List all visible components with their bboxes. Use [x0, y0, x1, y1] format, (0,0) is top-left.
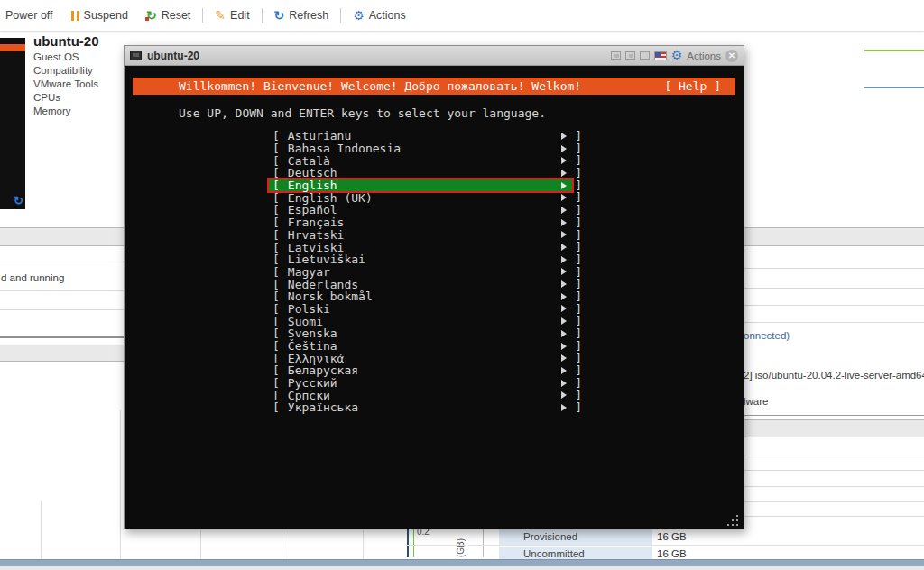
submenu-arrow-icon: [561, 256, 567, 263]
horizontal-scrollbar[interactable]: [0, 559, 924, 566]
chart-line-blue: [407, 529, 409, 557]
language-option[interactable]: [ Čeština ]: [269, 340, 582, 353]
toolbar-separator: [262, 8, 263, 23]
divider: [0, 262, 124, 262]
edit-label: Edit: [230, 9, 250, 22]
language-option[interactable]: [ Español ]: [269, 204, 582, 216]
submenu-arrow-icon: [561, 244, 567, 251]
language-option[interactable]: [ English (UK) ]: [269, 191, 582, 204]
hardware-fragment: lware: [744, 396, 768, 407]
vm-toolbar: Power off Suspend ↻ Reset ✎ Edit ↻ Refre…: [0, 0, 924, 32]
connected-link-fragment[interactable]: onnected): [744, 330, 790, 341]
language-option[interactable]: [ Latviski ]: [269, 241, 582, 253]
iso-path-fragment: 2] iso/ubuntu-20.04.2-live-server-amd64 …: [744, 370, 924, 381]
language-option[interactable]: [ Magyar ]: [269, 266, 582, 279]
thumbnail-refresh-icon[interactable]: ↻: [14, 194, 23, 207]
bracket-right: ]: [575, 130, 582, 142]
bracket-right: ]: [575, 266, 582, 279]
console-gear-icon[interactable]: ⚙: [671, 50, 683, 61]
bracket-right: ]: [575, 191, 582, 204]
actions-button[interactable]: ⚙ Actions: [353, 9, 406, 22]
language-option[interactable]: [ Українська ]: [269, 401, 582, 414]
toolbar-separator: [202, 8, 203, 23]
language-option[interactable]: [ Deutsch ]: [269, 167, 582, 179]
pause-icon: [71, 11, 79, 21]
storage-row-value: 16 GB: [657, 548, 687, 559]
language-option[interactable]: [ Ελληνικά ]: [269, 352, 582, 364]
bracket-right: ]: [575, 364, 582, 377]
installer-help-button[interactable]: [ Help ]: [664, 79, 721, 93]
gear-icon: ⚙: [353, 10, 365, 22]
power-off-button[interactable]: Power off: [5, 9, 53, 22]
sparkline-green: [864, 50, 924, 51]
language-option[interactable]: [ Nederlands ]: [269, 278, 582, 290]
divider: [744, 415, 924, 416]
bracket-right: ]: [575, 340, 582, 353]
bracket-right: ]: [575, 401, 582, 414]
language-option[interactable]: [ Asturianu ]: [269, 130, 582, 142]
divider: [744, 288, 924, 289]
refresh-button[interactable]: ↻ Refresh: [274, 9, 329, 22]
suspend-button[interactable]: Suspend: [71, 9, 128, 22]
maximize-icon[interactable]: [640, 51, 650, 60]
divider: [744, 455, 924, 455]
language-option[interactable]: [ Српски ]: [269, 389, 582, 401]
reset-button[interactable]: ↻ Reset: [146, 9, 190, 22]
console-actions-label[interactable]: Actions: [687, 51, 721, 61]
installer-welcome-text: Willkommen! Bienvenue! Welcome! Добро по…: [179, 79, 581, 93]
submenu-arrow-icon: [561, 133, 567, 140]
storage-row-label: Uncommitted: [523, 548, 585, 559]
language-option[interactable]: [ Lietuviškai ]: [269, 253, 582, 266]
language-option[interactable]: [ Français ]: [269, 216, 582, 229]
section-band: [744, 419, 924, 437]
grid-line: [282, 530, 282, 559]
pencil-icon: ✎: [215, 10, 226, 21]
language-option[interactable]: [ Suomi ]: [269, 315, 582, 327]
resize-handle-icon[interactable]: [736, 524, 738, 526]
console-screen[interactable]: Willkommen! Bienvenue! Welcome! Добро по…: [125, 66, 744, 529]
language-option[interactable]: [ Svenska ]: [269, 327, 582, 340]
language-option[interactable]: [ Polski ]: [269, 303, 582, 316]
bracket-right: ]: [575, 253, 582, 266]
submenu-arrow-icon: [561, 170, 567, 177]
language-option[interactable]: [ Беларуская ]: [269, 364, 582, 377]
bracket-right: ]: [575, 229, 582, 242]
language-option[interactable]: [ Català ]: [269, 154, 582, 167]
refresh-icon: ↻: [274, 10, 285, 21]
vm-console-window: ubuntu-20 ⚙ Actions ✕ Willkommen! Bienve…: [124, 45, 744, 529]
storage-row-value: 16 GB: [657, 531, 687, 542]
storage-row-label: Provisioned: [523, 531, 578, 542]
vm-title: ubuntu-20: [33, 33, 99, 49]
submenu-arrow-icon: [561, 207, 567, 214]
field-guest-os: Guest OS: [33, 51, 79, 62]
keyboard-layout-flag-icon[interactable]: [654, 51, 667, 60]
divider: [744, 322, 924, 323]
language-option[interactable]: [ English ]: [269, 179, 582, 192]
language-option[interactable]: [ Bahasa Indonesia ]: [269, 142, 582, 155]
submenu-arrow-icon: [561, 182, 567, 189]
language-option[interactable]: [ Norsk bokmål ]: [269, 290, 582, 303]
popout-console-icon[interactable]: [611, 51, 621, 60]
submenu-arrow-icon: [561, 194, 567, 201]
language-option[interactable]: [ Hrvatski ]: [269, 229, 582, 242]
language-option[interactable]: [ Русский ]: [269, 377, 582, 390]
submenu-arrow-icon: [561, 268, 567, 275]
console-titlebar[interactable]: ubuntu-20 ⚙ Actions ✕: [125, 46, 744, 66]
grid-line: [363, 530, 364, 559]
divider: [744, 470, 924, 471]
close-console-icon[interactable]: ✕: [725, 50, 738, 62]
submenu-arrow-icon: [561, 354, 567, 362]
edit-button[interactable]: ✎ Edit: [215, 9, 249, 22]
bracket-right: ]: [575, 216, 582, 229]
section-band: [0, 227, 124, 246]
divider: [744, 268, 924, 269]
vm-console-thumbnail[interactable]: ↻: [0, 38, 25, 209]
bracket-right: ]: [575, 327, 582, 340]
submenu-arrow-icon: [561, 219, 567, 226]
field-cpus: CPUs: [33, 92, 60, 103]
refresh-label: Refresh: [289, 9, 328, 22]
submenu-arrow-icon: [561, 305, 567, 312]
divider: [0, 290, 124, 291]
divider: [744, 486, 924, 487]
new-window-icon[interactable]: [625, 51, 635, 60]
